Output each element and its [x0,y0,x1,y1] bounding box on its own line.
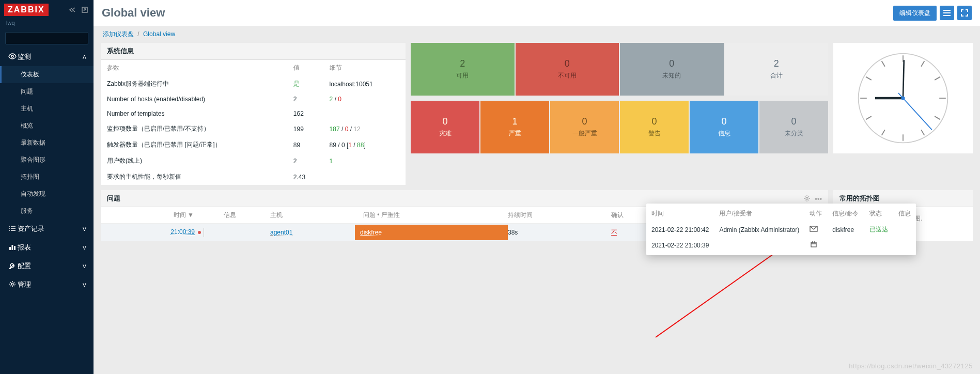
sysinfo-row: Number of templates162 [101,106,406,121]
logo[interactable]: ZABBIX [4,4,49,16]
nav-item-仪表板[interactable]: 仪表板 [0,66,94,83]
popup-col-msg: 信息/命令 [827,206,864,222]
tile-信息[interactable]: 0信息 [690,101,758,153]
svg-line-13 [921,61,924,67]
sidebar-top: ZABBIX [0,0,94,20]
sysinfo-row: 用户数(线上)21 [101,153,406,169]
problems-by-severity: 0灾难1严重0一般严重0警告0信息0未分类 [411,101,828,153]
sidebar: ZABBIX lwq 监测ᐱ仪表板问题主机概览最新数据聚合图形拓扑图自动发现服务… [0,0,94,374]
popup-col-user: 用户/接受者 [714,206,804,222]
gear-icon[interactable] [803,195,811,202]
svg-line-19 [921,130,924,135]
svg-line-22 [903,98,932,130]
svg-rect-3 [9,247,11,250]
col-problem: 问题 • 严重性 [359,207,504,224]
breadcrumb-link[interactable]: 添加仪表盘 [103,30,134,38]
panel-header: 系统信息 [101,43,406,60]
search-input[interactable] [10,35,87,42]
nav-item-拓扑图[interactable]: 拓扑图 [0,168,94,185]
tile-未分类[interactable]: 0未分类 [759,101,828,153]
nav-item-概览[interactable]: 概览 [0,117,94,134]
search-box[interactable] [5,32,88,44]
sidebar-user: lwq [0,20,94,29]
action-popup: 时间 用户/接受者 动作 信息/命令 状态 信息 2021-02-22 21:0… [646,204,916,255]
edit-dashboard-button[interactable]: 编辑仪表盘 [893,6,937,21]
tile-未知的[interactable]: 0未知的 [620,43,724,96]
problem-ack[interactable]: 不 [611,229,617,236]
sysinfo-row: Number of hosts (enabled/disabled)22 / 0 [101,92,406,106]
col-duration: 持续时间 [504,207,607,224]
popup-col-time: 时间 [646,206,714,222]
col-details: 细节 [323,60,406,76]
breadcrumb-current[interactable]: Global view [143,30,175,38]
clock-panel [833,43,973,153]
menu-button[interactable] [940,6,954,20]
tile-警告[interactable]: 0警告 [620,101,689,153]
svg-line-21 [903,60,904,98]
nav-group-配置[interactable]: 配置ᐯ [0,257,94,275]
problem-duration: 38s [504,224,607,242]
svg-point-2 [11,55,13,57]
nav-group-资产记录[interactable]: 资产记录ᐯ [0,220,94,238]
caret-icon: ᐯ [83,263,86,269]
problem-time[interactable]: 21:00:39 [170,228,195,236]
tile-严重[interactable]: 1严重 [480,101,549,153]
tile-灾难[interactable]: 0灾难 [411,101,479,153]
watermark: https://blog.csdn.net/weixin_43272125 [849,362,973,370]
col-param: 参数 [101,60,287,76]
col-value: 值 [287,60,323,76]
caret-icon: ᐯ [83,245,86,251]
popup-col-info: 信息 [893,206,916,222]
mail-icon [810,226,818,232]
page-title: Global view [102,6,165,20]
system-info-panel: 系统信息 参数 值 细节 Zabbix服务器端运行中是localhost:100… [101,43,406,185]
eye-icon [7,53,18,61]
more-icon[interactable]: ••• [815,195,822,202]
svg-point-24 [901,96,905,100]
sysinfo-row: Zabbix服务器端运行中是localhost:10051 [101,76,406,92]
sysinfo-row: 触发器数量（已启用/已禁用 [问题/正常]）8989 / 0 [1 / 88] [101,137,406,153]
popup-row: 2021-02-22 21:00:42Admin (Zabbix Adminis… [646,222,916,238]
collapse-icon[interactable] [68,5,77,14]
nav-item-最新数据[interactable]: 最新数据 [0,134,94,151]
popup-col-actions: 动作 [804,206,827,222]
wrench-icon [7,262,18,271]
expand-icon[interactable] [80,5,89,14]
col-time[interactable]: 时间 ▼ [101,207,220,224]
bar-icon [7,244,18,252]
list-icon [7,225,18,233]
caret-icon: ᐯ [83,226,86,232]
nav-item-自动发现[interactable]: 自动发现 [0,185,94,202]
svg-line-12 [882,61,885,67]
fullscreen-button[interactable] [957,6,972,20]
popup-row: 2021-02-22 21:00:39 [646,238,916,253]
problem-name[interactable]: diskfree [355,225,508,240]
tile-一般严重[interactable]: 0一般严重 [550,101,619,153]
col-info: 信息 [220,207,266,224]
panel-header: 问题 [107,194,120,203]
clock-icon [810,241,818,247]
nav-group-监测[interactable]: 监测ᐱ [0,48,94,66]
svg-point-25 [806,197,808,199]
caret-icon: ᐱ [83,54,86,60]
nav-item-问题[interactable]: 问题 [0,83,94,100]
sysinfo-row: 监控项数量（已启用/已禁用/不支持）199187 / 0 / 12 [101,121,406,137]
svg-line-15 [935,77,940,80]
host-availability: 2可用0不可用0未知的2合计 [411,43,828,96]
nav-item-主机[interactable]: 主机 [0,100,94,117]
nav-item-聚合图形[interactable]: 聚合图形 [0,151,94,168]
tile-不可用[interactable]: 0不可用 [516,43,619,96]
nav-item-服务[interactable]: 服务 [0,202,94,220]
clock-icon [857,52,950,145]
gear-icon [7,280,18,289]
tile-合计[interactable]: 2合计 [725,43,829,96]
svg-line-14 [866,77,872,80]
svg-line-16 [866,116,872,119]
nav-group-报表[interactable]: 报表ᐯ [0,238,94,257]
popup-col-status: 状态 [864,206,893,222]
nav-group-管理[interactable]: 管理ᐯ [0,275,94,294]
tile-可用[interactable]: 2可用 [411,43,515,96]
sysinfo-row: 要求的主机性能，每秒新值2.43 [101,169,406,185]
problem-host[interactable]: agent01 [270,229,292,236]
svg-rect-4 [12,245,13,250]
